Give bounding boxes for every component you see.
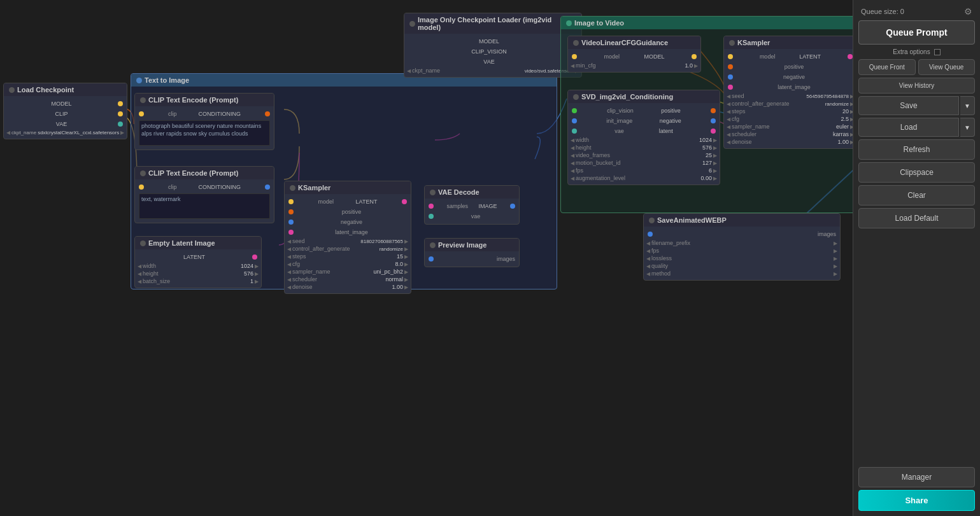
manager-button[interactable]: Manager xyxy=(858,467,975,487)
share-button[interactable]: Share xyxy=(858,490,975,511)
view-history-button[interactable]: View History xyxy=(858,78,975,94)
ksampler-2-title: KSampler xyxy=(737,39,770,46)
video-linear-cfg-title: VideoLinearCFGGuidance xyxy=(581,39,668,46)
vae-decode-1-title: VAE Decode xyxy=(438,188,479,196)
preview-image-title: Preview Image xyxy=(438,241,486,249)
queue-prompt-button[interactable]: Queue Prompt xyxy=(858,20,975,45)
view-queue-button[interactable]: View Queue xyxy=(918,59,976,75)
load-button[interactable]: Load xyxy=(858,118,959,137)
text-to-image-title: Text to Image xyxy=(145,76,189,84)
load-default-button[interactable]: Load Default xyxy=(858,208,975,228)
node-load-checkpoint: Load Checkpoint MODEL CLIP VAE ◀ ckpt_na… xyxy=(3,83,127,139)
ksampler1-latent-out[interactable] xyxy=(402,199,407,204)
clip-output-row: CLIP xyxy=(4,109,127,119)
node-video-linear-cfg: VideoLinearCFGGuidance model MODEL ◀ min… xyxy=(567,36,701,73)
clear-button[interactable]: Clear xyxy=(858,185,975,206)
node-ksampler-1: KSampler model LATENT positive negative xyxy=(284,181,411,294)
model-output-port[interactable] xyxy=(118,101,123,106)
image-only-ckpt-title: Image Only Checkpoint Loader (img2vid mo… xyxy=(418,16,576,31)
svd-conditioning-header: SVD_img2vid_Conditioning xyxy=(568,90,720,103)
vae-decode-1-header: VAE Decode xyxy=(425,186,519,199)
save-animated-webp-title: SaveAnimatedWEBP xyxy=(657,216,727,224)
extra-options-row: Extra options xyxy=(858,47,975,57)
image-to-video-header: Image to Video xyxy=(561,17,853,29)
node-vae-decode-1: VAE Decode samples IMAGE vae xyxy=(424,185,520,225)
preview-image-header: Preview Image xyxy=(425,239,519,251)
node-image-only-checkpoint: Image Only Checkpoint Loader (img2vid mo… xyxy=(404,13,582,78)
node-text-to-image: Text to Image CLIP Text Encode (Prompt) … xyxy=(131,73,557,289)
node-preview-image: Preview Image images xyxy=(424,238,520,267)
refresh-button[interactable]: Refresh xyxy=(858,139,975,160)
clip-encode-2-text[interactable]: text, watermark xyxy=(139,193,270,219)
svd-conditioning-title: SVD_img2vid_Conditioning xyxy=(581,93,673,101)
image-only-ckpt-header: Image Only Checkpoint Loader (img2vid mo… xyxy=(404,13,581,34)
load-checkpoint-body: MODEL CLIP VAE ◀ ckpt_name sdxlcrystalCl… xyxy=(4,96,127,139)
load-row: Load ▼ xyxy=(858,118,975,137)
ksampler-1-title: KSampler xyxy=(298,184,330,192)
conditioning2-output-port[interactable] xyxy=(265,185,270,190)
node-ksampler-2: KSampler model LATENT positive negative xyxy=(723,36,853,149)
clip-encode-2-header: CLIP Text Encode (Prompt) xyxy=(135,167,274,179)
clip-encode-2-title: CLIP Text Encode (Prompt) xyxy=(148,169,238,177)
vae-decode1-image-out[interactable] xyxy=(510,204,515,209)
ksampler-1-header: KSampler xyxy=(285,181,411,194)
ckpt-name-value: sdxlcrystalClearXL_ccxl.safetensors xyxy=(38,130,119,136)
load-checkpoint-header: Load Checkpoint xyxy=(4,83,127,96)
clip-encode-1-header: CLIP Text Encode (Prompt) xyxy=(135,94,274,106)
node-image-to-video-group: Image to Video VideoLinearCFGGuidance mo… xyxy=(560,16,853,213)
node-dot xyxy=(9,87,15,93)
vae-output-row: VAE xyxy=(4,119,127,129)
queue-size-label: Queue size: 0 xyxy=(861,8,904,15)
model-output-row: MODEL xyxy=(4,99,127,109)
clip-output-port[interactable] xyxy=(118,111,123,116)
conditioning-output-port[interactable] xyxy=(265,111,270,116)
clip-input-port[interactable] xyxy=(139,111,144,116)
clip2-input-port[interactable] xyxy=(139,185,144,190)
ksampler-2-header: KSampler xyxy=(724,36,853,49)
queue-size-row: Queue size: 0 ⚙ xyxy=(858,5,975,18)
canvas-area[interactable]: Load Checkpoint MODEL CLIP VAE ◀ ckpt_na… xyxy=(0,0,853,516)
ksampler2-latent-out[interactable] xyxy=(848,54,853,59)
clip-encode-1-title: CLIP Text Encode (Prompt) xyxy=(148,96,238,104)
clip-encode-1-text[interactable]: photograph beautiful scenery nature moun… xyxy=(139,120,270,146)
node-dot xyxy=(136,78,142,83)
ckpt-name-row: ◀ ckpt_name sdxlcrystalClearXL_ccxl.safe… xyxy=(4,129,127,136)
save-button[interactable]: Save xyxy=(858,96,959,115)
empty-latent-title: Empty Latent Image xyxy=(148,239,215,247)
extra-options-label: Extra options xyxy=(893,48,930,55)
latent-output-port[interactable] xyxy=(252,255,257,260)
gear-icon[interactable]: ⚙ xyxy=(964,6,972,17)
extra-options-checkbox[interactable] xyxy=(934,49,941,55)
queue-front-button[interactable]: Queue Front xyxy=(858,59,916,75)
node-save-animated-webp: SaveAnimatedWEBP images ◀ filename_prefi… xyxy=(643,213,841,281)
image-to-video-title: Image to Video xyxy=(574,19,624,27)
node-empty-latent: Empty Latent Image LATENT ◀ width 1024 ▶… xyxy=(134,236,262,288)
ckpt-name-label: ckpt_name xyxy=(11,130,36,136)
video-linear-cfg-header: VideoLinearCFGGuidance xyxy=(568,36,700,49)
clipspace-button[interactable]: Clipspace xyxy=(858,162,975,183)
save-animated-webp-header: SaveAnimatedWEBP xyxy=(644,214,840,227)
right-panel: Queue size: 0 ⚙ Queue Prompt Extra optio… xyxy=(853,0,980,516)
node-clip-encode-1: CLIP Text Encode (Prompt) clip CONDITION… xyxy=(134,93,274,150)
load-checkpoint-title: Load Checkpoint xyxy=(17,86,74,94)
empty-latent-header: Empty Latent Image xyxy=(135,237,261,249)
node-svd-conditioning: SVD_img2vid_Conditioning clip_vision pos… xyxy=(567,90,720,185)
save-row: Save ▼ xyxy=(858,96,975,115)
node-clip-encode-2: CLIP Text Encode (Prompt) clip CONDITION… xyxy=(134,166,274,223)
load-dropdown-button[interactable]: ▼ xyxy=(960,118,975,137)
queue-front-view-queue-row: Queue Front View Queue xyxy=(858,59,975,75)
vae-output-port[interactable] xyxy=(118,122,123,127)
save-dropdown-button[interactable]: ▼ xyxy=(960,96,975,115)
